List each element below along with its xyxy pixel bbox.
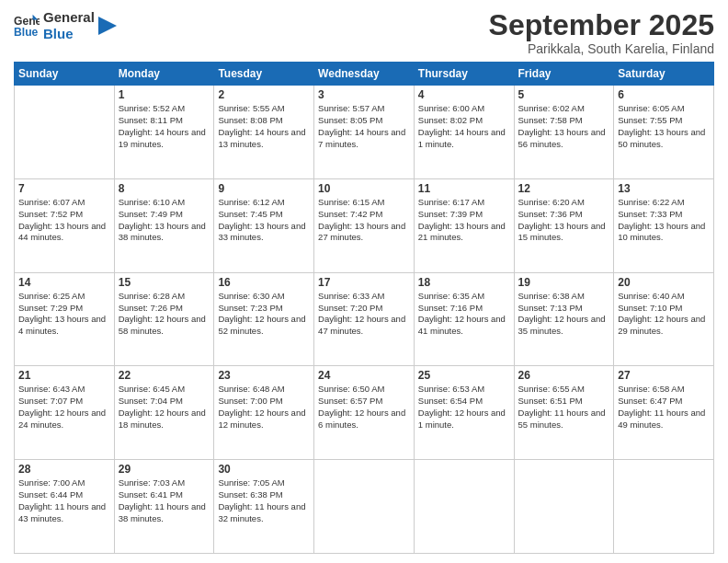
table-row [314, 460, 415, 554]
day-number: 10 [318, 182, 410, 195]
day-info: Sunrise: 6:28 AM Sunset: 7:26 PM Dayligh… [119, 291, 210, 338]
table-row: 22Sunrise: 6:45 AM Sunset: 7:04 PM Dayli… [114, 366, 214, 460]
day-info: Sunrise: 6:45 AM Sunset: 7:04 PM Dayligh… [119, 384, 210, 431]
table-row: 11Sunrise: 6:17 AM Sunset: 7:39 PM Dayli… [414, 178, 514, 272]
day-number: 20 [618, 276, 710, 289]
calendar-title: September 2025 [489, 9, 714, 41]
day-info: Sunrise: 6:53 AM Sunset: 6:54 PM Dayligh… [418, 384, 510, 431]
day-number: 7 [18, 182, 110, 195]
day-info: Sunrise: 7:05 AM Sunset: 6:38 PM Dayligh… [218, 477, 310, 524]
header-row: Sunday Monday Tuesday Wednesday Thursday… [15, 63, 714, 86]
table-row: 3Sunrise: 5:57 AM Sunset: 8:05 PM Daylig… [314, 86, 415, 179]
day-number: 11 [418, 182, 510, 195]
table-row: 13Sunrise: 6:22 AM Sunset: 7:33 PM Dayli… [614, 178, 714, 272]
day-number: 23 [218, 369, 310, 382]
table-row: 23Sunrise: 6:48 AM Sunset: 7:00 PM Dayli… [214, 366, 314, 460]
day-info: Sunrise: 7:03 AM Sunset: 6:41 PM Dayligh… [119, 477, 210, 524]
table-row: 26Sunrise: 6:55 AM Sunset: 6:51 PM Dayli… [514, 366, 614, 460]
svg-marker-3 [98, 17, 117, 35]
day-info: Sunrise: 6:15 AM Sunset: 7:42 PM Dayligh… [318, 197, 410, 244]
day-number: 2 [218, 88, 310, 101]
day-info: Sunrise: 6:55 AM Sunset: 6:51 PM Dayligh… [518, 384, 610, 431]
logo: General Blue General Blue [14, 9, 117, 42]
table-row: 18Sunrise: 6:35 AM Sunset: 7:16 PM Dayli… [414, 272, 514, 366]
table-row: 9Sunrise: 6:12 AM Sunset: 7:45 PM Daylig… [214, 178, 314, 272]
title-block: September 2025 Parikkala, South Karelia,… [489, 9, 714, 56]
col-friday: Friday [514, 63, 614, 86]
table-row [514, 460, 614, 554]
day-number: 17 [318, 276, 410, 289]
day-info: Sunrise: 6:12 AM Sunset: 7:45 PM Dayligh… [218, 197, 310, 244]
day-info: Sunrise: 5:55 AM Sunset: 8:08 PM Dayligh… [218, 103, 310, 150]
header: General Blue General Blue September 2025… [14, 9, 714, 56]
table-row: 25Sunrise: 6:53 AM Sunset: 6:54 PM Dayli… [414, 366, 514, 460]
table-row: 4Sunrise: 6:00 AM Sunset: 8:02 PM Daylig… [414, 86, 514, 179]
col-thursday: Thursday [414, 63, 514, 86]
calendar-table: Sunday Monday Tuesday Wednesday Thursday… [14, 62, 714, 554]
day-info: Sunrise: 6:58 AM Sunset: 6:47 PM Dayligh… [618, 384, 710, 431]
table-row: 10Sunrise: 6:15 AM Sunset: 7:42 PM Dayli… [314, 178, 415, 272]
calendar-subtitle: Parikkala, South Karelia, Finland [489, 41, 714, 56]
day-info: Sunrise: 6:00 AM Sunset: 8:02 PM Dayligh… [418, 103, 510, 150]
day-info: Sunrise: 6:33 AM Sunset: 7:20 PM Dayligh… [318, 291, 410, 338]
day-number: 15 [119, 276, 210, 289]
table-row: 1Sunrise: 5:52 AM Sunset: 8:11 PM Daylig… [114, 86, 214, 179]
day-info: Sunrise: 6:07 AM Sunset: 7:52 PM Dayligh… [18, 197, 110, 244]
table-row: 8Sunrise: 6:10 AM Sunset: 7:49 PM Daylig… [114, 178, 214, 272]
day-number: 27 [618, 369, 710, 382]
table-row [414, 460, 514, 554]
svg-text:Blue: Blue [14, 26, 39, 39]
day-info: Sunrise: 6:25 AM Sunset: 7:29 PM Dayligh… [18, 291, 110, 338]
table-row: 17Sunrise: 6:33 AM Sunset: 7:20 PM Dayli… [314, 272, 415, 366]
table-row: 24Sunrise: 6:50 AM Sunset: 6:57 PM Dayli… [314, 366, 415, 460]
day-number: 28 [18, 463, 110, 476]
day-number: 12 [518, 182, 610, 195]
day-info: Sunrise: 6:05 AM Sunset: 7:55 PM Dayligh… [618, 103, 710, 150]
day-info: Sunrise: 5:52 AM Sunset: 8:11 PM Dayligh… [119, 103, 210, 150]
day-info: Sunrise: 6:20 AM Sunset: 7:36 PM Dayligh… [518, 197, 610, 244]
day-number: 5 [518, 88, 610, 101]
day-info: Sunrise: 6:02 AM Sunset: 7:58 PM Dayligh… [518, 103, 610, 150]
day-number: 19 [518, 276, 610, 289]
day-number: 26 [518, 369, 610, 382]
logo-triangle [98, 17, 117, 35]
table-row: 15Sunrise: 6:28 AM Sunset: 7:26 PM Dayli… [114, 272, 214, 366]
col-saturday: Saturday [614, 63, 714, 86]
day-info: Sunrise: 6:22 AM Sunset: 7:33 PM Dayligh… [618, 197, 710, 244]
day-info: Sunrise: 6:17 AM Sunset: 7:39 PM Dayligh… [418, 197, 510, 244]
day-number: 29 [119, 463, 210, 476]
day-info: Sunrise: 6:38 AM Sunset: 7:13 PM Dayligh… [518, 291, 610, 338]
day-number: 25 [418, 369, 510, 382]
logo-general: General [43, 9, 95, 26]
table-row: 7Sunrise: 6:07 AM Sunset: 7:52 PM Daylig… [15, 178, 115, 272]
table-row: 27Sunrise: 6:58 AM Sunset: 6:47 PM Dayli… [614, 366, 714, 460]
day-info: Sunrise: 6:10 AM Sunset: 7:49 PM Dayligh… [119, 197, 210, 244]
day-number: 30 [218, 463, 310, 476]
day-info: Sunrise: 6:48 AM Sunset: 7:00 PM Dayligh… [218, 384, 310, 431]
table-row [614, 460, 714, 554]
table-row: 2Sunrise: 5:55 AM Sunset: 8:08 PM Daylig… [214, 86, 314, 179]
table-row: 28Sunrise: 7:00 AM Sunset: 6:44 PM Dayli… [15, 460, 115, 554]
day-number: 22 [119, 369, 210, 382]
page: General Blue General Blue September 2025… [0, 0, 728, 563]
day-number: 14 [18, 276, 110, 289]
day-info: Sunrise: 7:00 AM Sunset: 6:44 PM Dayligh… [18, 477, 110, 524]
day-number: 16 [218, 276, 310, 289]
table-row: 30Sunrise: 7:05 AM Sunset: 6:38 PM Dayli… [214, 460, 314, 554]
table-row: 19Sunrise: 6:38 AM Sunset: 7:13 PM Dayli… [514, 272, 614, 366]
day-info: Sunrise: 6:43 AM Sunset: 7:07 PM Dayligh… [18, 384, 110, 431]
col-monday: Monday [114, 63, 214, 86]
day-number: 18 [418, 276, 510, 289]
day-number: 21 [18, 369, 110, 382]
day-number: 4 [418, 88, 510, 101]
day-number: 1 [119, 88, 210, 101]
day-info: Sunrise: 6:30 AM Sunset: 7:23 PM Dayligh… [218, 291, 310, 338]
col-sunday: Sunday [15, 63, 115, 86]
table-row: 29Sunrise: 7:03 AM Sunset: 6:41 PM Dayli… [114, 460, 214, 554]
table-row: 21Sunrise: 6:43 AM Sunset: 7:07 PM Dayli… [15, 366, 115, 460]
day-number: 3 [318, 88, 410, 101]
day-number: 24 [318, 369, 410, 382]
day-info: Sunrise: 6:40 AM Sunset: 7:10 PM Dayligh… [618, 291, 710, 338]
day-info: Sunrise: 6:50 AM Sunset: 6:57 PM Dayligh… [318, 384, 410, 431]
day-info: Sunrise: 5:57 AM Sunset: 8:05 PM Dayligh… [318, 103, 410, 150]
